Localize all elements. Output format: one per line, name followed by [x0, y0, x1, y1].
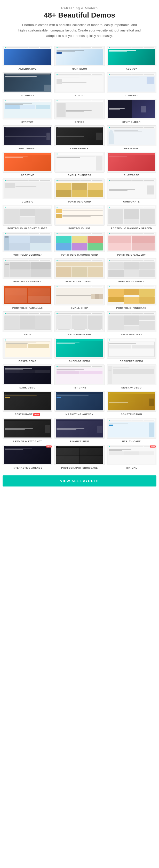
demo-item-onepage-demo[interactable]: ONEPAGE DEMO [55, 338, 104, 363]
demo-thumb-portfolio-grid [55, 179, 104, 199]
demo-thumb-business [3, 72, 53, 93]
demo-item-portfolio-classic[interactable]: PORTFOLIO CLASSIC [55, 258, 104, 283]
demo-label-minimal: MINIMAL [126, 467, 137, 469]
demo-item-pet-care[interactable]: PET CARE [55, 365, 104, 389]
header-subtitle: Refreshing & Modern [4, 6, 155, 10]
demo-thumb-app-landing [3, 125, 53, 146]
demo-label-finance-firm: FINANCE FIRM [70, 440, 89, 443]
demo-thumb-shop-masonry [106, 311, 156, 332]
demo-thumb-portfolio-classic [55, 258, 104, 279]
demo-item-showcase[interactable]: SHOWCASE [106, 152, 156, 177]
demo-label-portfolio-masonry-grid: PORTFOLIO MASONRY GRID [61, 254, 98, 256]
demo-thumb-personal [106, 125, 156, 146]
demo-label-split-slider: SPLIT SLIDER [122, 121, 141, 123]
demo-item-portfolio-simple[interactable]: PORTFOLIO SIMPLE [106, 258, 156, 283]
demo-thumb-interactive-agency: NEW [3, 445, 53, 465]
demo-item-small-business[interactable]: SMALL BUSINESS [55, 152, 104, 177]
demo-thumb-health-care [106, 418, 156, 439]
demo-thumb-portfolio-simple [106, 258, 156, 279]
demo-thumb-classic [3, 179, 53, 199]
demo-item-corporate[interactable]: CORPORATE [106, 179, 156, 203]
demo-thumb-pet-care [55, 365, 104, 385]
demo-label-portfolio-list: PORTFOLIO LIST [68, 227, 91, 229]
demo-item-main-demo[interactable]: MAIN DEMO [55, 45, 104, 70]
demo-thumb-photography-showcase [55, 445, 104, 465]
demo-label-dark-demo: DARK DEMO [19, 386, 36, 389]
demo-thumb-main-demo [55, 45, 104, 66]
demo-label-agency: AGENCY [126, 68, 137, 70]
demo-thumb-portfolio-parallax [3, 285, 53, 305]
demo-label-onepage-demo: ONEPAGE DEMO [69, 360, 90, 363]
demo-item-small-shop[interactable]: SMALL SHOP [55, 285, 104, 309]
demo-label-office: OFFICE [74, 121, 85, 123]
demo-thumb-lawyer-attorney [3, 418, 53, 439]
demo-label-boxed-demo: BOXED DEMO [19, 360, 37, 363]
demo-item-startup[interactable]: STARTUP [3, 99, 53, 123]
demo-label-showcase: SHOWCASE [124, 174, 139, 177]
demo-label-startup: STARTUP [22, 121, 34, 123]
demo-item-portfolio-gallery[interactable]: PORTFOLIO GALLERY [106, 231, 156, 256]
demo-label-classic: CLASSIC [22, 200, 33, 203]
demo-item-app-landing[interactable]: APP LANDING [3, 125, 53, 150]
demo-item-marketing-agency[interactable]: MARKETING AGENCY [55, 391, 104, 416]
demo-item-shop-bordered[interactable]: SHOP BORDERED [55, 311, 104, 336]
demo-label-sidenav-demo: SIDENAV DEMO [121, 386, 141, 389]
demo-item-shop[interactable]: SHOP [3, 311, 53, 336]
demo-label-lawyer-attorney: LAWYER & ATTORNEY [13, 440, 42, 443]
demo-item-office[interactable]: OFFICE [55, 99, 104, 123]
view-all-button[interactable]: VIEW ALL LAYOUTS [3, 475, 156, 487]
demo-item-finance-firm[interactable]: FINANCE FIRM [55, 418, 104, 443]
demo-item-photography-showcase[interactable]: PHOTOGRAPHY SHOWCASE [55, 445, 104, 469]
demo-item-portfolio-pinboard[interactable]: PORTFOLIO PINBOARD [106, 285, 156, 309]
demo-item-split-slider[interactable]: SPLIT SLIDER [106, 99, 156, 123]
demo-label-small-business: SMALL BUSINESS [68, 174, 91, 177]
demo-item-business[interactable]: BUSINESS [3, 72, 53, 97]
demo-item-lawyer-attorney[interactable]: LAWYER & ATTORNEY [3, 418, 53, 443]
demo-label-photography-showcase: PHOTOGRAPHY SHOWCASE [61, 467, 98, 469]
demo-thumb-showcase [106, 152, 156, 173]
demo-item-shop-masonry[interactable]: SHOP MASONRY [106, 311, 156, 336]
demo-label-app-landing: APP LANDING [18, 147, 37, 150]
demo-item-bordered-demo[interactable]: BORDERED DEMO [106, 338, 156, 363]
demo-item-interactive-agency[interactable]: NEWINTERACTIVE AGENCY [3, 445, 53, 469]
demo-thumb-agency [106, 45, 156, 66]
demo-item-portfolio-masonry-grid[interactable]: PORTFOLIO MASONRY GRID [55, 231, 104, 256]
demo-item-boxed-demo[interactable]: BOXED DEMO [3, 338, 53, 363]
demo-item-portfolio-designer[interactable]: PORTFOLIO DESIGNER [3, 231, 53, 256]
demo-item-classic[interactable]: CLASSIC [3, 179, 53, 203]
demo-label-portfolio-masonry-spaced: PORTFOLIO MASONRY SPACED [111, 227, 152, 229]
demo-item-sidenav-demo[interactable]: SIDENAV DEMO [106, 365, 156, 389]
demo-item-portfolio-parallax[interactable]: PORTFOLIO PARALLAX [3, 285, 53, 309]
demo-thumb-corporate [106, 179, 156, 199]
demo-item-restaurant[interactable]: RESTAURANTHOT [3, 391, 53, 416]
demo-thumb-small-shop [55, 285, 104, 305]
demo-item-conference[interactable]: CONFERENCE [55, 125, 104, 150]
demo-thumb-split-slider [106, 99, 156, 119]
demo-item-portfolio-masonry-slider[interactable]: PORTFOLIO MASONRY SLIDER [3, 205, 53, 229]
demo-item-agency[interactable]: AGENCY [106, 45, 156, 70]
demo-item-minimal[interactable]: NEWMINIMAL [106, 445, 156, 469]
demo-item-dark-demo[interactable]: DARK DEMO [3, 365, 53, 389]
demo-label-bordered-demo: BORDERED DEMO [120, 360, 143, 363]
demo-thumb-studio [55, 72, 104, 93]
demo-label-portfolio-pinboard: PORTFOLIO PINBOARD [117, 307, 147, 309]
demo-item-creative[interactable]: CREATIVE [3, 152, 53, 177]
demo-item-company[interactable]: COMPANY [106, 72, 156, 97]
demo-label-portfolio-grid: PORTFOLIO GRID [68, 200, 91, 203]
demo-item-studio[interactable]: STUDIO [55, 72, 104, 97]
demo-label-interactive-agency: INTERACTIVE AGENCY [13, 467, 42, 469]
demo-item-construction[interactable]: CONSTRUCTION [106, 391, 156, 416]
demo-thumb-bordered-demo [106, 338, 156, 359]
demo-item-portfolio-grid[interactable]: PORTFOLIO GRID [55, 179, 104, 203]
demo-label-portfolio-masonry-slider: PORTFOLIO MASONRY SLIDER [7, 227, 47, 229]
demo-item-portfolio-masonry-spaced[interactable]: PORTFOLIO MASONRY SPACED [106, 205, 156, 229]
demo-thumb-conference [55, 125, 104, 146]
demo-item-portfolio-sidebar[interactable]: PORTFOLIO SIDEBAR [3, 258, 53, 283]
demo-thumb-construction [106, 391, 156, 412]
demo-item-personal[interactable]: PERSONAL [106, 125, 156, 150]
demo-item-health-care[interactable]: HEALTH CARE [106, 418, 156, 443]
demo-label-construction: CONSTRUCTION [121, 413, 142, 415]
demo-item-portfolio-list[interactable]: PORTFOLIO LIST [55, 205, 104, 229]
demo-thumb-shop [3, 311, 53, 332]
demo-item-alternative[interactable]: ALTERNATIVE [3, 45, 53, 70]
